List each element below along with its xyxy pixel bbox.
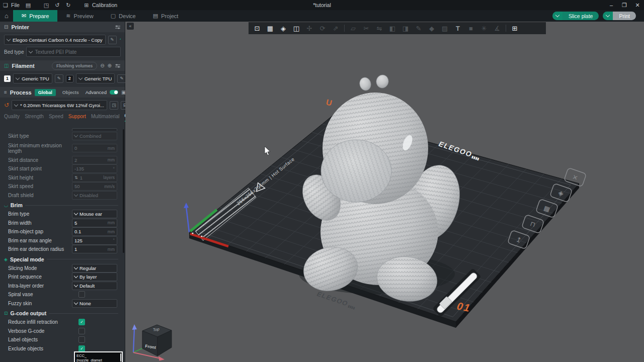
setting-unit: mm — [108, 220, 115, 225]
label-objects-checkbox[interactable] — [78, 336, 85, 343]
remove-filament-icon[interactable]: ⊖ — [100, 63, 104, 68]
wifi-icon[interactable] — [119, 37, 121, 43]
reset-preset-icon[interactable]: ↺ — [4, 102, 9, 109]
calibration-icon[interactable]: ⊞ — [81, 2, 92, 9]
draft-shield-select[interactable]: Disabled — [72, 191, 117, 200]
tab-label: Project — [161, 13, 178, 19]
spiral-vase-checkbox[interactable] — [78, 291, 85, 298]
filament-2-select[interactable]: Generic TPU — [76, 73, 115, 83]
exclude-objects-checkbox[interactable]: ✓ — [78, 345, 85, 352]
fuzzy-skin-select[interactable]: None — [72, 299, 117, 308]
tab-device[interactable]: ▢Device — [102, 10, 144, 22]
file-menu[interactable]: File — [11, 2, 20, 8]
bed-type-select[interactable]: Textured PEI Plate — [26, 47, 121, 57]
filament-1-select[interactable]: Generic TPU — [13, 73, 52, 83]
setting-unit: ° — [113, 238, 115, 243]
setting-label: Brim width — [8, 220, 72, 226]
setting-label: Exclude objects — [8, 346, 78, 351]
process-tab-multimaterial[interactable]: Multimaterial — [91, 114, 120, 121]
slicing-mode-select[interactable]: Regular — [72, 264, 117, 273]
bed-type-label: Bed type — [4, 49, 24, 55]
tab-prepare[interactable]: ✉Prepare — [13, 10, 57, 22]
chevron-down-icon — [74, 274, 78, 278]
skirt-height-input[interactable]: ⇅1layers — [72, 173, 117, 182]
slice-plate-button[interactable]: Slice plate — [552, 12, 599, 20]
save-icon[interactable]: ◳ — [41, 2, 52, 9]
print-dropdown-icon[interactable] — [603, 12, 613, 20]
skirt-type-select[interactable]: Combined — [72, 132, 117, 140]
3d-viewport[interactable]: « ⊡▦◈◫✢⟳⇗▱✂⇋◧◨✎◆▨T■✳∡⊞ — [125, 22, 644, 362]
setting-value: Combined — [79, 133, 101, 139]
device-tab-icon: ▢ — [111, 13, 116, 19]
reduce-infill-retraction-checkbox[interactable]: ✓ — [78, 319, 85, 325]
title-bar: ❏ File ▤ ◳ ↺ ↻ ⊞ Calibration *tutorial –… — [0, 0, 644, 10]
plate-logo-bars-front: ▮▮▮▮ — [348, 304, 356, 310]
setting-unit: mm/s — [104, 184, 115, 189]
process-preset-select[interactable]: * 0.20mm Triceratops 6W 12%if Gyroi... — [12, 100, 107, 110]
advanced-toggle[interactable] — [110, 90, 118, 95]
navigation-cube[interactable]: Top Front — [132, 324, 172, 361]
file-icon[interactable]: ❏ — [0, 2, 11, 9]
maximize-button[interactable]: ❐ — [618, 2, 631, 9]
printer-icon: ⊟ — [4, 24, 8, 30]
undo-icon[interactable]: ↺ — [52, 2, 63, 9]
brim-ear-detection-radius-input[interactable]: 1mm — [72, 245, 117, 253]
home-icon[interactable]: ⌂ — [0, 12, 13, 20]
objects-segment[interactable]: Objects — [59, 89, 83, 96]
tab-preview[interactable]: ≋Preview — [57, 10, 102, 22]
printer-preset-value: Elegoo Centauri Carbon 0.4 nozzle - Copy — [13, 37, 103, 43]
skirt-minimum-extrusion-length-input[interactable]: 0mm — [72, 144, 117, 152]
tune-icon[interactable] — [115, 63, 121, 68]
calibration-menu[interactable]: Calibration — [92, 2, 117, 8]
brim-object-gap-input[interactable]: 0.1mm — [72, 227, 117, 236]
print-button[interactable]: Print — [603, 12, 636, 20]
skirt-distance-input[interactable]: 2mm — [72, 156, 117, 164]
global-segment[interactable]: Global — [35, 89, 56, 96]
redo-icon[interactable]: ↻ — [63, 2, 74, 9]
process-tab-quality[interactable]: Quality — [4, 114, 20, 121]
flushing-volumes-button[interactable]: Flushing volumes — [52, 62, 97, 70]
setting-unit: mm — [108, 247, 115, 252]
setting-row-brim-type: Brim typeMouse ear — [0, 210, 122, 219]
sidebar-scrollbar[interactable] — [123, 129, 124, 253]
filament-1-value: Generic TPU — [22, 76, 49, 81]
clipped-row — [72, 128, 117, 131]
brim-width-input[interactable]: 5mm — [72, 219, 117, 227]
notes-icon[interactable]: ▤ — [23, 2, 34, 9]
stepper-icon: ⇅ — [74, 175, 78, 180]
tune-icon[interactable] — [115, 25, 121, 30]
scene-canvas[interactable]: ! 256x256x256mm | Hot Surface ELEGOO ▮▮▮… — [125, 22, 644, 362]
printer-section-title: Printer — [11, 24, 29, 30]
brim-ear-max-angle-input[interactable]: 125° — [72, 236, 117, 245]
setting-value: Regular — [79, 265, 96, 271]
printer-preset-select[interactable]: Elegoo Centauri Carbon 0.4 nozzle - Copy — [4, 35, 106, 45]
preview-tab-icon: ≋ — [66, 13, 70, 19]
process-tab-support[interactable]: Support — [68, 114, 86, 121]
print-sequence-select[interactable]: By layer — [72, 273, 117, 281]
process-tab-speed[interactable]: Speed — [49, 114, 63, 121]
skirt-speed-input[interactable]: 50mm/s — [72, 182, 117, 191]
setting-row-skirt-minimum-extrusion-length: Skirt minimum extrusion length0mm — [0, 141, 122, 156]
brim-type-select[interactable]: Mouse ear — [72, 210, 117, 218]
slice-dropdown-icon[interactable] — [552, 12, 562, 20]
process-tab-strength[interactable]: Strength — [25, 114, 44, 121]
edit-filament-2-icon[interactable]: ✎ — [117, 74, 126, 83]
setting-value: 5 — [74, 220, 77, 226]
verbose-g-code-checkbox[interactable] — [78, 328, 85, 334]
filename-format-field[interactable]: ECC_ {nozzle_diamet — [74, 351, 123, 362]
setting-label: Skirt speed — [8, 184, 72, 189]
edit-printer-icon[interactable]: ✎ — [108, 36, 117, 44]
minimize-button[interactable]: – — [605, 2, 618, 8]
model-knitted-triceratops[interactable] — [295, 74, 468, 305]
save-preset-icon[interactable]: ◳ — [110, 101, 118, 110]
close-button[interactable]: ✕ — [631, 2, 644, 9]
filename-scrollbar[interactable] — [120, 353, 121, 361]
setting-unit: layers — [103, 175, 115, 180]
edit-filament-1-icon[interactable]: ✎ — [55, 74, 63, 83]
tab-project[interactable]: ▤Project — [144, 10, 187, 22]
skirt-start-point-input[interactable]: -135° — [72, 164, 117, 173]
origin-dot — [192, 232, 193, 234]
brim-icon: ◡ — [4, 203, 8, 208]
add-filament-icon[interactable]: ⊕ — [108, 63, 112, 68]
intra-layer-order-select[interactable]: Default — [72, 282, 117, 290]
